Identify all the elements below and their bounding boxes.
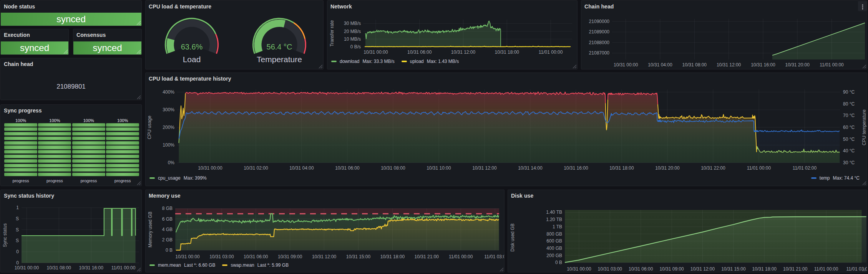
svg-text:10/31 06:00: 10/31 06:00 <box>244 254 268 259</box>
svg-text:0%: 0% <box>168 160 175 165</box>
svg-text:10/31 06:00: 10/31 06:00 <box>335 165 360 171</box>
svg-text:10/31 20:00: 10/31 20:00 <box>785 62 810 68</box>
svg-text:10/31 12:00: 10/31 12:00 <box>472 165 497 171</box>
svg-text:20 MB/s: 20 MB/s <box>344 29 361 34</box>
svg-text:10/31 00:00: 10/31 00:00 <box>614 62 638 68</box>
svg-text:Transfer rate: Transfer rate <box>329 20 335 47</box>
svg-text:10/31 21:00: 10/31 21:00 <box>783 266 808 272</box>
svg-text:21088000: 21088000 <box>589 40 610 45</box>
svg-text:Disk used GB: Disk used GB <box>510 223 515 251</box>
svg-text:10/31 06:00: 10/31 06:00 <box>407 50 432 55</box>
svg-text:10/31 10:00: 10/31 10:00 <box>427 165 451 171</box>
svg-text:1.40 TB: 1.40 TB <box>546 210 562 215</box>
svg-text:80 °C: 80 °C <box>843 101 855 107</box>
svg-text:10/31 18:00: 10/31 18:00 <box>752 266 777 272</box>
svg-text:6 GB: 6 GB <box>162 216 173 222</box>
svg-text:1: 1 <box>16 205 19 210</box>
svg-text:11/01 00:00: 11/01 00:00 <box>449 254 473 259</box>
svg-text:10/31 02:00: 10/31 02:00 <box>244 165 268 171</box>
svg-text:10/31 00:00: 10/31 00:00 <box>198 165 222 171</box>
svg-text:Temperature: Temperature <box>257 55 302 64</box>
svg-text:0: 0 <box>16 249 19 254</box>
svg-text:90 °C: 90 °C <box>843 89 855 95</box>
svg-text:30 °C: 30 °C <box>843 160 855 165</box>
svg-text:60 °C: 60 °C <box>843 125 855 130</box>
svg-text:10/31 12:00: 10/31 12:00 <box>690 266 715 272</box>
svg-text:50 °C: 50 °C <box>843 137 855 142</box>
svg-text:30 MB/s: 30 MB/s <box>344 21 361 26</box>
svg-text:10/31 09:00: 10/31 09:00 <box>659 266 684 272</box>
svg-text:Sync status: Sync status <box>2 223 8 247</box>
svg-text:40 °C: 40 °C <box>843 148 855 154</box>
svg-text:S: S <box>16 227 19 233</box>
svg-text:10/31 18:00: 10/31 18:00 <box>380 254 405 259</box>
svg-text:10/31 00:00: 10/31 00:00 <box>175 254 200 259</box>
svg-text:0 B: 0 B <box>555 260 562 265</box>
svg-text:10/31 08:00: 10/31 08:00 <box>682 62 707 68</box>
svg-text:10/31 16:00: 10/31 16:00 <box>79 265 103 271</box>
svg-text:10/31 12:00: 10/31 12:00 <box>451 50 476 55</box>
svg-text:10/31 06:00: 10/31 06:00 <box>629 266 653 272</box>
svg-text:21090000: 21090000 <box>589 19 610 24</box>
svg-text:11/01 03:0: 11/01 03:0 <box>484 254 505 259</box>
svg-text:10/31 04:00: 10/31 04:00 <box>648 62 672 68</box>
svg-text:600 GB: 600 GB <box>546 238 562 244</box>
svg-text:S: S <box>16 238 19 243</box>
svg-text:10/31 00:00: 10/31 00:00 <box>363 50 388 55</box>
svg-text:1 TB: 1 TB <box>553 224 562 229</box>
svg-text:10/31 03:00: 10/31 03:00 <box>209 254 234 259</box>
svg-text:400 GB: 400 GB <box>546 246 562 251</box>
svg-text:11/01 00:00: 11/01 00:00 <box>539 50 563 55</box>
svg-text:70 °C: 70 °C <box>843 113 855 118</box>
svg-text:10/31 21:00: 10/31 21:00 <box>415 254 439 259</box>
svg-text:10/31 09:00: 10/31 09:00 <box>278 254 302 259</box>
svg-text:10/31 14:00: 10/31 14:00 <box>518 165 543 171</box>
svg-text:10/31 15:00: 10/31 15:00 <box>346 254 371 259</box>
svg-text:10/31 16:00: 10/31 16:00 <box>564 165 588 171</box>
svg-text:10/31 20:00: 10/31 20:00 <box>655 165 680 171</box>
svg-text:10/31 00:00: 10/31 00:00 <box>15 265 39 271</box>
svg-text:10/31 18:00: 10/31 18:00 <box>495 50 519 55</box>
svg-text:10/31 12:00: 10/31 12:00 <box>312 254 337 259</box>
svg-text:CPU usage: CPU usage <box>147 116 152 139</box>
svg-text:4 GB: 4 GB <box>162 227 173 232</box>
svg-text:11/01 00:00: 11/01 00:00 <box>747 165 771 171</box>
svg-text:11/01 02:00: 11/01 02:00 <box>793 165 817 171</box>
svg-text:10/31 16:00: 10/31 16:00 <box>751 62 775 68</box>
svg-text:10/31 12:00: 10/31 12:00 <box>717 62 741 68</box>
svg-text:0: 0 <box>16 260 19 266</box>
svg-text:1.20 TB: 1.20 TB <box>546 217 562 222</box>
svg-text:S: S <box>16 216 19 221</box>
svg-text:21087000: 21087000 <box>589 50 610 56</box>
svg-text:0 B/s: 0 B/s <box>350 44 361 50</box>
svg-text:10/31 08:00: 10/31 08:00 <box>47 265 71 271</box>
svg-text:10/31 22:00: 10/31 22:00 <box>701 165 725 171</box>
svg-text:200%: 200% <box>163 125 174 130</box>
svg-text:100%: 100% <box>163 142 174 148</box>
svg-text:8 GB: 8 GB <box>162 206 173 211</box>
svg-text:0 B: 0 B <box>166 248 173 253</box>
svg-text:300%: 300% <box>163 107 174 112</box>
svg-text:2 GB: 2 GB <box>162 237 173 243</box>
svg-text:200 GB: 200 GB <box>546 253 562 258</box>
svg-text:10/31 04:00: 10/31 04:00 <box>289 165 314 171</box>
svg-text:800 GB: 800 GB <box>546 231 562 237</box>
svg-text:400%: 400% <box>163 89 174 95</box>
svg-text:CPU temperature: CPU temperature <box>861 109 867 145</box>
svg-text:10/31 03:00: 10/31 03:00 <box>598 266 622 272</box>
svg-text:10/31 18:00: 10/31 18:00 <box>609 165 634 171</box>
svg-text:Memory used GB: Memory used GB <box>148 211 153 247</box>
svg-text:10/31 00:00: 10/31 00:00 <box>567 266 591 272</box>
svg-text:21089000: 21089000 <box>589 29 610 35</box>
svg-text:11/01 00:00: 11/01 00:00 <box>814 266 838 272</box>
svg-text:10 MB/s: 10 MB/s <box>344 36 361 42</box>
svg-text:Load: Load <box>183 55 201 64</box>
svg-text:10/31 08:00: 10/31 08:00 <box>381 165 405 171</box>
svg-text:56.4 °C: 56.4 °C <box>267 43 292 51</box>
svg-text:10/31 15:00: 10/31 15:00 <box>721 266 746 272</box>
svg-text:11/01 00:00: 11/01 00:00 <box>111 265 136 271</box>
svg-text:11/01 00:00: 11/01 00:00 <box>820 62 844 68</box>
svg-text:63.6%: 63.6% <box>181 43 203 51</box>
